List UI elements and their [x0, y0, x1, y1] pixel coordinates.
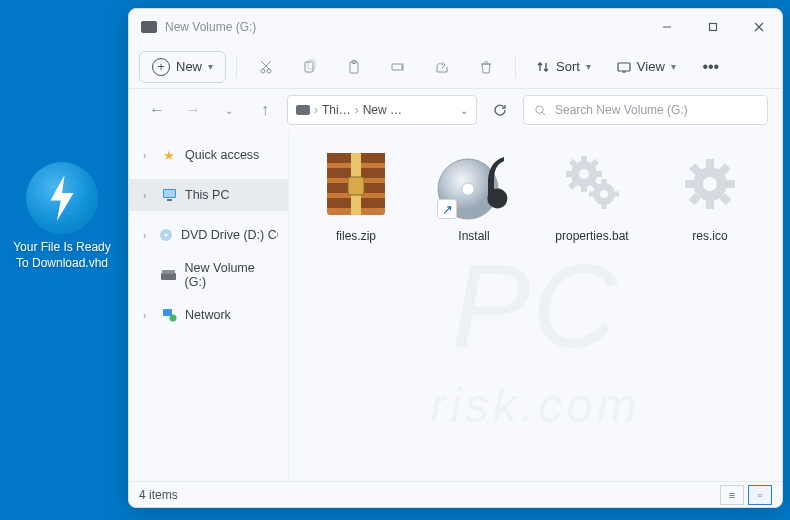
back-button[interactable]: ←	[143, 96, 171, 124]
sidebar-item-label: New Volume (G:)	[185, 261, 278, 289]
close-button[interactable]	[736, 9, 782, 45]
toolbar: + New ▾ Sort ▾ View ▾ •••	[129, 45, 782, 89]
svg-rect-59	[725, 180, 735, 188]
sort-icon	[536, 60, 550, 74]
chevron-right-icon: ›	[143, 150, 153, 161]
disc-icon	[159, 227, 173, 243]
address-bar: ← → ⌄ ↑ › Thi… › New … ⌄ Search New Volu…	[129, 89, 782, 131]
svg-point-24	[164, 234, 167, 237]
sort-button[interactable]: Sort ▾	[526, 51, 601, 83]
desktop-vhd-file[interactable]: Your File Is Ready To Download.vhd	[12, 162, 112, 271]
up-button[interactable]: ↑	[251, 96, 279, 124]
svg-rect-41	[581, 184, 587, 192]
svg-rect-42	[566, 171, 574, 177]
svg-point-5	[267, 69, 271, 73]
svg-rect-27	[163, 309, 172, 316]
sort-label: Sort	[556, 59, 580, 74]
svg-rect-25	[161, 273, 176, 280]
file-name: Install	[458, 229, 489, 243]
file-name: files.zip	[336, 229, 376, 243]
recent-locations-button[interactable]: ⌄	[215, 96, 243, 124]
delete-icon[interactable]	[467, 51, 505, 83]
svg-rect-51	[602, 203, 607, 209]
view-icon	[617, 60, 631, 74]
svg-line-6	[261, 61, 269, 69]
sidebar-item-network[interactable]: › Network	[129, 299, 288, 331]
svg-point-49	[600, 190, 608, 198]
star-icon: ★	[161, 147, 177, 163]
sidebar-item-this-pc[interactable]: › This PC	[129, 179, 288, 211]
svg-rect-35	[348, 177, 364, 195]
svg-line-19	[542, 112, 545, 115]
svg-rect-53	[613, 192, 619, 197]
svg-point-39	[579, 169, 589, 179]
monitor-icon	[161, 187, 177, 203]
search-icon	[534, 104, 547, 117]
svg-rect-43	[594, 171, 602, 177]
svg-rect-9	[308, 60, 315, 69]
icons-view-button[interactable]: ▫	[748, 485, 772, 505]
rename-icon[interactable]	[379, 51, 417, 83]
chevron-down-icon: ▾	[671, 61, 676, 72]
archive-icon	[315, 145, 397, 223]
chevron-right-icon: ›	[143, 310, 153, 321]
svg-rect-26	[162, 270, 175, 274]
copy-icon[interactable]	[291, 51, 329, 83]
svg-rect-21	[164, 190, 175, 197]
cut-icon[interactable]	[247, 51, 285, 83]
breadcrumb-seg[interactable]: Thi…	[322, 103, 351, 117]
svg-rect-58	[685, 180, 695, 188]
svg-rect-56	[706, 159, 714, 169]
drive-icon	[161, 267, 177, 283]
svg-point-18	[536, 105, 543, 112]
search-placeholder: Search New Volume (G:)	[555, 103, 688, 117]
minimize-button[interactable]	[644, 9, 690, 45]
file-item-res[interactable]: res.ico	[653, 139, 767, 269]
forward-button[interactable]: →	[179, 96, 207, 124]
chevron-right-icon: ›	[314, 103, 318, 117]
file-name: properties.bat	[555, 229, 628, 243]
network-icon	[161, 307, 177, 323]
more-button[interactable]: •••	[692, 51, 730, 83]
svg-rect-40	[581, 156, 587, 164]
plus-icon: +	[152, 58, 170, 76]
titlebar[interactable]: New Volume (G:)	[129, 9, 782, 45]
chevron-right-icon: ›	[355, 103, 359, 117]
window-title: New Volume (G:)	[165, 20, 644, 34]
breadcrumb-seg[interactable]: New …	[363, 103, 402, 117]
desktop-icon-label: Your File Is Ready To Download.vhd	[12, 240, 112, 271]
file-item-properties[interactable]: properties.bat	[535, 139, 649, 269]
sidebar-item-new-volume[interactable]: › New Volume (G:)	[129, 259, 288, 291]
paste-icon[interactable]	[335, 51, 373, 83]
file-list[interactable]: PC risk.com files.zip	[289, 131, 782, 481]
new-button[interactable]: + New ▾	[139, 51, 226, 83]
view-button[interactable]: View ▾	[607, 51, 686, 83]
file-explorer-window: New Volume (G:) + New ▾ Sort ▾ View ▾ ••…	[128, 8, 783, 508]
chevron-down-icon: ▾	[586, 61, 591, 72]
refresh-button[interactable]	[485, 95, 515, 125]
svg-rect-22	[167, 199, 172, 201]
sidebar-item-dvd-drive[interactable]: › DVD Drive (D:) CCCC	[129, 219, 288, 251]
share-icon[interactable]	[423, 51, 461, 83]
sidebar-item-label: This PC	[185, 188, 229, 202]
drive-icon	[296, 105, 310, 115]
new-button-label: New	[176, 59, 202, 74]
status-text: 4 items	[139, 488, 178, 502]
sidebar-item-label: Quick access	[185, 148, 259, 162]
sidebar-item-label: DVD Drive (D:) CCCC	[181, 228, 278, 242]
search-input[interactable]: Search New Volume (G:)	[523, 95, 768, 125]
svg-rect-1	[710, 24, 717, 31]
chevron-down-icon: ▾	[208, 61, 213, 72]
file-item-install[interactable]: ↗ Install	[417, 139, 531, 269]
chevron-right-icon: ›	[143, 230, 151, 241]
chevron-down-icon[interactable]: ⌄	[460, 105, 468, 116]
lightning-bolt-icon	[46, 175, 78, 221]
svg-point-55	[703, 177, 717, 191]
maximize-button[interactable]	[690, 9, 736, 45]
breadcrumb[interactable]: › Thi… › New … ⌄	[287, 95, 477, 125]
svg-line-7	[263, 61, 271, 69]
file-item-archive[interactable]: files.zip	[299, 139, 413, 269]
sidebar-item-quick-access[interactable]: › ★ Quick access	[129, 139, 288, 171]
details-view-button[interactable]: ≡	[720, 485, 744, 505]
drive-icon	[141, 21, 157, 33]
